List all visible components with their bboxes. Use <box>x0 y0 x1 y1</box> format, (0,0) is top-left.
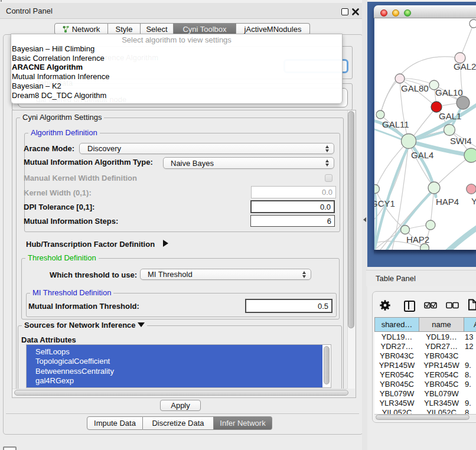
svg-text:GAL1: GAL1 <box>439 111 461 121</box>
svg-text:Y: Y <box>471 196 476 206</box>
svg-text:GAL11: GAL11 <box>382 119 409 129</box>
svg-text:GAL10: GAL10 <box>435 87 463 97</box>
svg-text:HAP4: HAP4 <box>436 197 459 207</box>
svg-text:GAL2: GAL2 <box>454 61 476 71</box>
svg-text:GAL4: GAL4 <box>411 150 433 160</box>
svg-text:HAP2: HAP2 <box>406 234 429 244</box>
svg-text:GCY1: GCY1 <box>374 198 395 208</box>
svg-text:SWI4: SWI4 <box>450 136 472 146</box>
svg-text:GAL80: GAL80 <box>401 83 429 93</box>
